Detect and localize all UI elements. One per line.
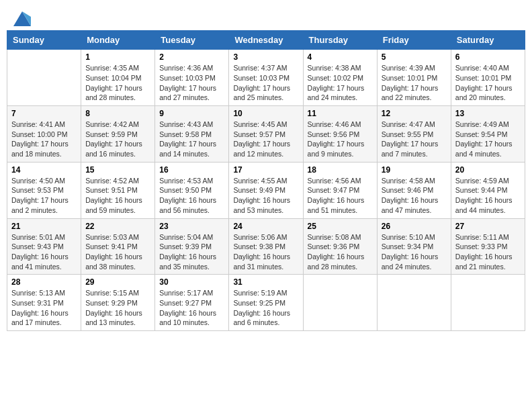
weekday-header-monday: Monday [81,31,155,50]
day-number: 7 [11,109,77,118]
day-number: 25 [308,222,373,231]
day-number: 17 [233,165,298,175]
day-info: Sunrise: 4:46 AMSunset: 9:56 PMDaylight:… [308,120,373,159]
day-info: Sunrise: 5:08 AMSunset: 9:36 PMDaylight:… [308,232,373,272]
day-info: Sunrise: 4:53 AMSunset: 9:50 PMDaylight:… [159,176,224,216]
week-row-3: 21Sunrise: 5:01 AMSunset: 9:43 PMDayligh… [7,218,525,275]
header [7,7,525,26]
weekday-header-saturday: Saturday [451,31,525,50]
day-number: 22 [85,222,150,231]
weekday-header-row: SundayMondayTuesdayWednesdayThursdayFrid… [7,31,525,50]
day-number: 2 [159,52,224,62]
calendar-cell: 28Sunrise: 5:13 AMSunset: 9:31 PMDayligh… [7,275,81,331]
day-number: 18 [308,165,373,175]
calendar-cell: 2Sunrise: 4:36 AMSunset: 10:03 PMDayligh… [155,50,229,106]
calendar-cell: 10Sunrise: 4:45 AMSunset: 9:57 PMDayligh… [229,106,303,163]
calendar-cell: 19Sunrise: 4:58 AMSunset: 9:46 PMDayligh… [377,162,451,218]
day-info: Sunrise: 4:37 AMSunset: 10:03 PMDaylight… [233,63,298,103]
day-info: Sunrise: 5:03 AMSunset: 9:41 PMDaylight:… [85,232,150,272]
logo [12,9,31,24]
calendar-cell: 6Sunrise: 4:40 AMSunset: 10:01 PMDayligh… [451,50,525,106]
day-info: Sunrise: 4:40 AMSunset: 10:01 PMDaylight… [455,63,521,103]
calendar-cell: 27Sunrise: 5:11 AMSunset: 9:33 PMDayligh… [451,218,525,275]
week-row-2: 14Sunrise: 4:50 AMSunset: 9:53 PMDayligh… [7,162,525,218]
day-number: 30 [159,277,224,287]
day-info: Sunrise: 4:35 AMSunset: 10:04 PMDaylight… [85,63,150,103]
day-number: 20 [455,165,521,175]
calendar-cell [377,275,451,331]
calendar-cell: 16Sunrise: 4:53 AMSunset: 9:50 PMDayligh… [155,162,229,218]
calendar-cell: 25Sunrise: 5:08 AMSunset: 9:36 PMDayligh… [303,218,377,275]
calendar-cell: 22Sunrise: 5:03 AMSunset: 9:41 PMDayligh… [81,218,155,275]
calendar-cell: 18Sunrise: 4:56 AMSunset: 9:47 PMDayligh… [303,162,377,218]
day-number: 10 [233,109,298,118]
day-number: 11 [308,109,373,118]
calendar-cell [303,275,377,331]
weekday-header-friday: Friday [377,31,451,50]
day-number: 5 [382,52,447,62]
calendar-cell: 13Sunrise: 4:49 AMSunset: 9:54 PMDayligh… [451,106,525,163]
week-row-0: 1Sunrise: 4:35 AMSunset: 10:04 PMDayligh… [7,50,525,106]
day-number: 14 [11,165,77,175]
calendar-cell: 21Sunrise: 5:01 AMSunset: 9:43 PMDayligh… [7,218,81,275]
calendar-cell: 9Sunrise: 4:43 AMSunset: 9:58 PMDaylight… [155,106,229,163]
day-number: 27 [455,222,521,231]
day-number: 19 [382,165,447,175]
calendar-cell: 11Sunrise: 4:46 AMSunset: 9:56 PMDayligh… [303,106,377,163]
day-info: Sunrise: 4:36 AMSunset: 10:03 PMDaylight… [159,63,224,103]
day-info: Sunrise: 5:19 AMSunset: 9:25 PMDaylight:… [233,288,298,328]
day-info: Sunrise: 4:58 AMSunset: 9:46 PMDaylight:… [382,176,447,216]
logo-text [12,9,31,26]
day-info: Sunrise: 5:10 AMSunset: 9:34 PMDaylight:… [382,232,447,272]
calendar-cell: 31Sunrise: 5:19 AMSunset: 9:25 PMDayligh… [229,275,303,331]
calendar-cell: 26Sunrise: 5:10 AMSunset: 9:34 PMDayligh… [377,218,451,275]
day-info: Sunrise: 5:17 AMSunset: 9:27 PMDaylight:… [159,288,224,328]
day-info: Sunrise: 4:50 AMSunset: 9:53 PMDaylight:… [11,176,77,216]
day-number: 16 [159,165,224,175]
day-number: 24 [233,222,298,231]
day-info: Sunrise: 4:38 AMSunset: 10:02 PMDaylight… [308,63,373,103]
calendar-cell: 5Sunrise: 4:39 AMSunset: 10:01 PMDayligh… [377,50,451,106]
calendar-cell: 24Sunrise: 5:06 AMSunset: 9:38 PMDayligh… [229,218,303,275]
calendar-cell: 23Sunrise: 5:04 AMSunset: 9:39 PMDayligh… [155,218,229,275]
day-number: 6 [455,52,521,62]
day-number: 23 [159,222,224,231]
day-info: Sunrise: 4:45 AMSunset: 9:57 PMDaylight:… [233,120,298,159]
day-info: Sunrise: 4:42 AMSunset: 9:59 PMDaylight:… [85,120,150,159]
calendar-cell: 15Sunrise: 4:52 AMSunset: 9:51 PMDayligh… [81,162,155,218]
day-number: 13 [455,109,521,118]
day-number: 29 [85,277,150,287]
day-info: Sunrise: 4:47 AMSunset: 9:55 PMDaylight:… [382,120,447,159]
day-info: Sunrise: 4:43 AMSunset: 9:58 PMDaylight:… [159,120,224,159]
calendar-cell: 29Sunrise: 5:15 AMSunset: 9:29 PMDayligh… [81,275,155,331]
weekday-header-tuesday: Tuesday [155,31,229,50]
logo-icon [13,11,31,26]
day-number: 15 [85,165,150,175]
calendar-cell: 30Sunrise: 5:17 AMSunset: 9:27 PMDayligh… [155,275,229,331]
calendar-cell: 20Sunrise: 4:59 AMSunset: 9:44 PMDayligh… [451,162,525,218]
weekday-header-thursday: Thursday [303,31,377,50]
calendar-table: SundayMondayTuesdayWednesdayThursdayFrid… [7,30,525,331]
day-info: Sunrise: 5:13 AMSunset: 9:31 PMDaylight:… [11,288,77,328]
day-info: Sunrise: 4:41 AMSunset: 10:00 PMDaylight… [11,120,77,159]
day-number: 3 [233,52,298,62]
calendar-cell: 14Sunrise: 4:50 AMSunset: 9:53 PMDayligh… [7,162,81,218]
day-info: Sunrise: 4:56 AMSunset: 9:47 PMDaylight:… [308,176,373,216]
day-info: Sunrise: 5:11 AMSunset: 9:33 PMDaylight:… [455,232,521,272]
day-number: 8 [85,109,150,118]
day-info: Sunrise: 4:55 AMSunset: 9:49 PMDaylight:… [233,176,298,216]
day-number: 28 [11,277,77,287]
weekday-header-wednesday: Wednesday [229,31,303,50]
day-number: 9 [159,109,224,118]
week-row-4: 28Sunrise: 5:13 AMSunset: 9:31 PMDayligh… [7,275,525,331]
calendar-cell: 12Sunrise: 4:47 AMSunset: 9:55 PMDayligh… [377,106,451,163]
week-row-1: 7Sunrise: 4:41 AMSunset: 10:00 PMDayligh… [7,106,525,163]
weekday-header-sunday: Sunday [7,31,81,50]
day-info: Sunrise: 5:15 AMSunset: 9:29 PMDaylight:… [85,288,150,328]
day-number: 21 [11,222,77,231]
day-number: 12 [382,109,447,118]
day-info: Sunrise: 5:06 AMSunset: 9:38 PMDaylight:… [233,232,298,272]
day-info: Sunrise: 5:04 AMSunset: 9:39 PMDaylight:… [159,232,224,272]
calendar-cell: 8Sunrise: 4:42 AMSunset: 9:59 PMDaylight… [81,106,155,163]
calendar-cell: 17Sunrise: 4:55 AMSunset: 9:49 PMDayligh… [229,162,303,218]
